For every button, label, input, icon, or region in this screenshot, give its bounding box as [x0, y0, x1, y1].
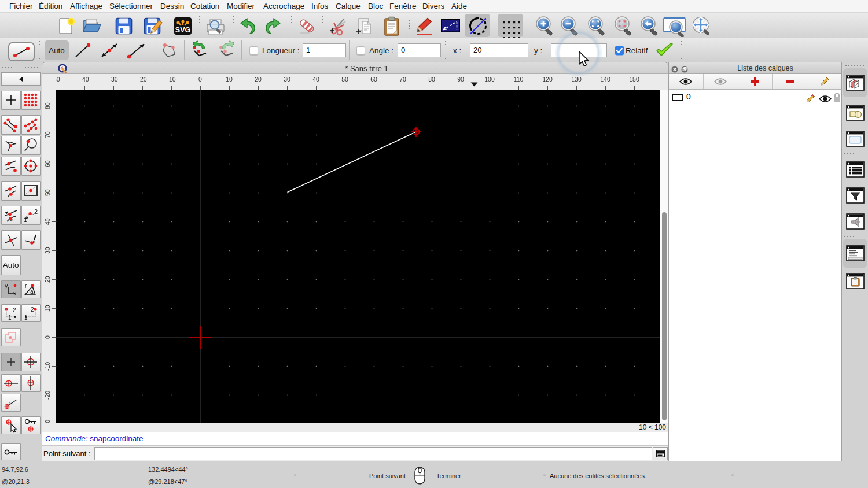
svg-text:1: 1	[24, 315, 28, 321]
svg-text:1: 1	[8, 315, 12, 321]
svg-text:1: 1	[24, 216, 27, 223]
svg-text:2: 2	[31, 306, 34, 313]
svg-text:y: y	[5, 282, 8, 289]
svg-text:SVG: SVG	[175, 26, 190, 34]
svg-text:a: a	[30, 289, 34, 295]
svg-text:2: 2	[34, 208, 38, 215]
svg-text:2: 2	[13, 307, 16, 313]
svg-text:r: r	[25, 283, 27, 289]
